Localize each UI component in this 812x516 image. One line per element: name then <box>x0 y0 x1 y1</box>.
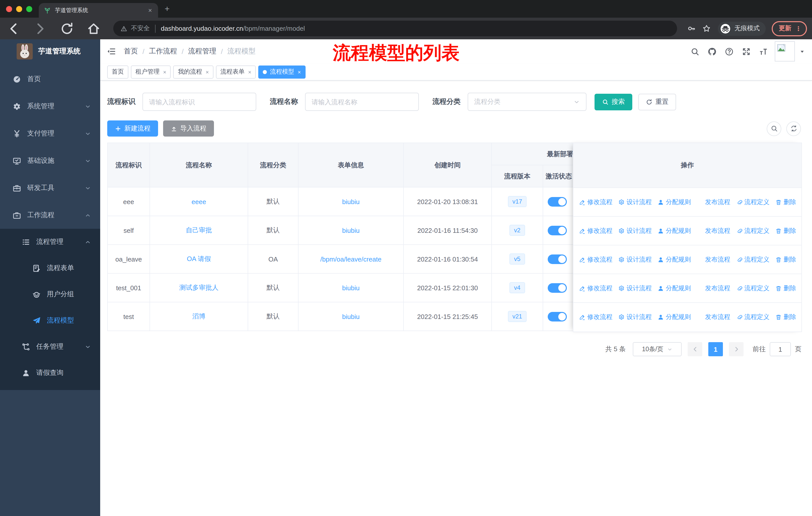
delete-link[interactable]: 删除 <box>775 255 796 264</box>
app-logo[interactable]: 芋道管理系统 <box>0 39 100 63</box>
not-secure-warning-icon[interactable] <box>120 25 127 32</box>
browser-update-button[interactable]: 更新 ⋮ <box>772 21 807 36</box>
assign-rule-link[interactable]: 分配规则 <box>657 198 691 206</box>
breadcrumb-item[interactable]: 流程管理 <box>188 47 216 56</box>
form-info-link[interactable]: biubiu <box>342 198 359 205</box>
password-key-icon[interactable] <box>687 24 696 33</box>
bookmark-star-icon[interactable] <box>702 24 711 33</box>
address-bar[interactable]: 不安全 dashboard.yudao.iocoder.cn/bpm/manag… <box>113 21 677 36</box>
process-name-link[interactable]: eeee <box>192 198 206 205</box>
minimize-window-button[interactable] <box>16 6 22 12</box>
sidebar-item-基础设施[interactable]: 基础设施 <box>0 147 100 174</box>
assign-rule-link[interactable]: 分配规则 <box>657 226 691 235</box>
tag-租户管理[interactable]: 租户管理× <box>131 65 171 78</box>
import-flow-button[interactable]: 导入流程 <box>163 120 214 137</box>
create-flow-button[interactable]: 新建流程 <box>107 120 158 137</box>
window-controls[interactable] <box>6 0 32 18</box>
active-toggle[interactable] <box>548 254 567 264</box>
flow-definition-link[interactable]: 流程定义 <box>736 226 770 235</box>
modify-flow-link[interactable]: 修改流程 <box>579 284 612 293</box>
chevron-down-icon[interactable] <box>800 49 805 54</box>
table-scroll-region[interactable]: 流程标识 流程名称 流程分类 表单信息 创建时间 最新部署的流程定义 流程版本 <box>107 143 573 331</box>
sidebar-item-流程模型[interactable]: 流程模型 <box>0 307 100 333</box>
design-flow-link[interactable]: 设计流程 <box>618 255 652 264</box>
form-info-link[interactable]: biubiu <box>342 284 359 292</box>
process-name-input[interactable] <box>305 93 419 111</box>
tag-close-icon[interactable]: × <box>248 69 252 75</box>
delete-link[interactable]: 删除 <box>775 313 796 322</box>
process-name-link[interactable]: 自己审批 <box>186 226 212 234</box>
delete-link[interactable]: 删除 <box>775 284 796 293</box>
url-path[interactable]: /bpm/manager/model <box>243 25 305 32</box>
zoom-window-button[interactable] <box>26 6 32 12</box>
flow-definition-link[interactable]: 流程定义 <box>736 255 770 264</box>
process-id-input[interactable] <box>142 93 256 111</box>
design-flow-link[interactable]: 设计流程 <box>618 313 652 322</box>
sidebar-item-用户分组[interactable]: 用户分组 <box>0 281 100 307</box>
publish-flow-link[interactable]: 发布流程 <box>696 284 730 293</box>
close-window-button[interactable] <box>6 6 12 12</box>
search-icon[interactable] <box>691 47 699 56</box>
tab-close-icon[interactable]: × <box>147 6 153 14</box>
form-info-link[interactable]: /bpm/oa/leave/create <box>320 255 382 263</box>
refresh-table-button[interactable] <box>786 121 801 136</box>
process-name-link[interactable]: 滔博 <box>192 313 205 320</box>
sidebar-item-工作流程[interactable]: 工作流程 <box>0 201 100 229</box>
breadcrumb-item[interactable]: 流程模型 <box>227 47 256 56</box>
new-tab-button[interactable]: + <box>165 4 170 14</box>
breadcrumb-item[interactable]: 工作流程 <box>149 47 177 56</box>
github-icon[interactable] <box>708 47 716 56</box>
browser-tab[interactable]: 芋道管理系统 × <box>39 3 158 18</box>
user-avatar[interactable] <box>775 41 795 61</box>
publish-flow-link[interactable]: 发布流程 <box>696 198 730 206</box>
goto-page-input[interactable] <box>770 342 791 356</box>
flow-definition-link[interactable]: 流程定义 <box>736 284 770 293</box>
prev-page-button[interactable] <box>688 342 702 356</box>
delete-link[interactable]: 删除 <box>775 198 796 206</box>
reset-button[interactable]: 重置 <box>638 93 676 110</box>
modify-flow-link[interactable]: 修改流程 <box>579 226 612 235</box>
sidebar-item-首页[interactable]: 首页 <box>0 65 100 93</box>
next-page-button[interactable] <box>729 342 744 356</box>
sidebar-item-支付管理[interactable]: 支付管理 <box>0 120 100 147</box>
font-size-icon[interactable] <box>759 47 768 56</box>
help-question-icon[interactable] <box>725 47 733 56</box>
design-flow-link[interactable]: 设计流程 <box>618 226 652 235</box>
form-info-link[interactable]: biubiu <box>342 226 359 234</box>
design-flow-link[interactable]: 设计流程 <box>618 198 652 206</box>
modify-flow-link[interactable]: 修改流程 <box>579 313 612 322</box>
assign-rule-link[interactable]: 分配规则 <box>657 313 691 322</box>
process-name-link[interactable]: 测试多审批人 <box>179 284 219 291</box>
flow-definition-link[interactable]: 流程定义 <box>736 198 770 206</box>
tag-close-icon[interactable]: × <box>206 69 209 75</box>
browser-menu-dots-icon[interactable]: ⋮ <box>795 25 802 32</box>
sidebar-item-任务管理[interactable]: 任务管理 <box>0 333 100 360</box>
assign-rule-link[interactable]: 分配规则 <box>657 284 691 293</box>
modify-flow-link[interactable]: 修改流程 <box>579 198 612 206</box>
publish-flow-link[interactable]: 发布流程 <box>696 226 730 235</box>
tag-流程表单[interactable]: 流程表单× <box>216 65 256 78</box>
search-button[interactable]: 搜索 <box>594 93 632 110</box>
reload-icon[interactable] <box>60 21 74 35</box>
process-name-link[interactable]: OA 请假 <box>187 255 211 263</box>
sidebar-item-研发工具[interactable]: 研发工具 <box>0 174 100 201</box>
active-toggle[interactable] <box>548 197 567 206</box>
tag-首页[interactable]: 首页 <box>107 65 128 78</box>
delete-link[interactable]: 删除 <box>775 226 796 235</box>
home-icon[interactable] <box>87 21 101 35</box>
publish-flow-link[interactable]: 发布流程 <box>696 255 730 264</box>
forward-arrow-icon[interactable] <box>33 21 47 35</box>
active-toggle[interactable] <box>548 312 567 321</box>
show-search-button[interactable] <box>767 121 781 136</box>
sidebar-item-流程管理[interactable]: 流程管理 <box>0 229 100 255</box>
sidebar-item-流程表单[interactable]: 流程表单 <box>0 255 100 281</box>
back-arrow-icon[interactable] <box>6 21 21 35</box>
update-label[interactable]: 更新 <box>779 24 791 33</box>
breadcrumb-item[interactable]: 首页 <box>124 47 138 56</box>
tag-我的流程[interactable]: 我的流程× <box>173 65 213 78</box>
assign-rule-link[interactable]: 分配规则 <box>657 255 691 264</box>
page-size-select[interactable]: 10条/页 <box>633 342 682 356</box>
url-host[interactable]: dashboard.yudao.iocoder.cn <box>161 25 243 32</box>
collapse-sidebar-icon[interactable] <box>107 47 116 56</box>
sidebar-item-系统管理[interactable]: 系统管理 <box>0 93 100 120</box>
